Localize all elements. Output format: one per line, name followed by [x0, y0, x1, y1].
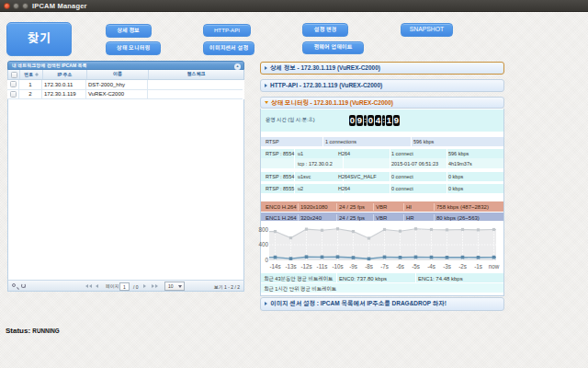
- svg-text:800: 800: [258, 226, 268, 233]
- svg-text:-10s: -10s: [332, 263, 343, 270]
- svg-text:-13s: -13s: [285, 263, 296, 270]
- svg-text:-3s: -3s: [443, 263, 451, 270]
- svg-text:-2s: -2s: [458, 263, 467, 270]
- svg-text:-1s: -1s: [474, 263, 482, 270]
- svg-text:-9s: -9s: [349, 263, 357, 270]
- svg-text:-8s: -8s: [365, 263, 373, 270]
- svg-text:-4s: -4s: [427, 263, 435, 270]
- svg-text:0: 0: [265, 257, 268, 263]
- svg-text:-7s: -7s: [380, 263, 389, 270]
- svg-text:-5s: -5s: [412, 263, 420, 270]
- svg-text:-6s: -6s: [396, 263, 404, 270]
- svg-text:now: now: [489, 263, 500, 270]
- svg-text:-14s: -14s: [269, 263, 280, 270]
- svg-text:-12s: -12s: [300, 263, 311, 270]
- svg-text:-11s: -11s: [317, 263, 328, 270]
- svg-text:400: 400: [258, 241, 268, 247]
